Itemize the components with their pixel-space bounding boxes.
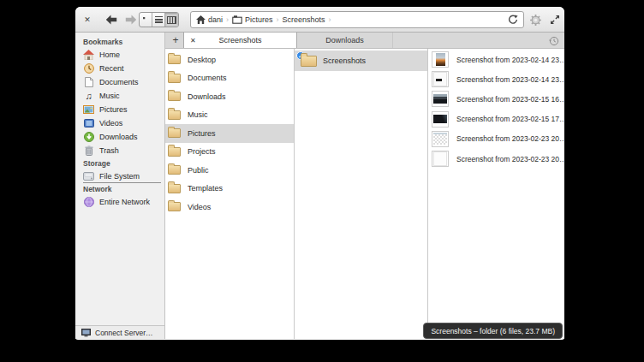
folder-icon [168,74,181,83]
folder-item-music[interactable]: Music [165,106,294,125]
refresh-icon [508,15,518,25]
sidebar-header-network: Network [75,183,164,195]
gear-icon [529,14,542,27]
sidebar-item-label: File System [99,172,140,181]
path-bar[interactable]: dani › Pictures › Screenshots › [190,11,524,28]
folder-label: Projects [188,147,216,156]
refresh-button[interactable] [508,15,518,25]
folder-label: Music [188,110,208,119]
file-thumbnail [432,71,449,87]
folder-item-screenshots[interactable]: ✓ Screenshots [295,50,427,71]
back-button[interactable] [104,12,119,27]
folder-item-projects[interactable]: Projects [165,143,294,162]
sidebar-item-label: Recent [99,64,124,73]
folder-icon [168,147,181,157]
close-icon: ✕ [84,15,91,24]
file-thumbnail [432,131,449,147]
file-item[interactable]: Screenshot from 2023-02-14 23… [428,69,564,89]
breadcrumb-separator: › [277,15,279,24]
sidebar-header-storage: Storage [75,157,164,169]
desktop-background: ✕ dani › Pictures [0,0,644,362]
sidebar-item-downloads[interactable]: Downloads [75,130,164,144]
breadcrumb-separator: › [226,15,229,24]
file-name: Screenshot from 2023-02-23 20… [456,155,564,163]
folder-label: Documents [188,74,227,82]
sidebar-item-file-system[interactable]: File System [75,169,164,183]
sidebar-item-home[interactable]: Home [75,48,164,62]
file-item[interactable]: Screenshot from 2023-02-14 23… [428,50,564,69]
forward-button[interactable] [123,12,139,27]
expand-arrows-icon [550,15,560,25]
list-view-icon [155,16,163,23]
folder-icon [168,110,181,120]
breadcrumb-home[interactable]: dani [196,15,223,24]
tab-label: Downloads [325,36,364,45]
file-thumbnail [432,51,449,68]
folder-item-public[interactable]: Public [165,161,294,180]
file-item[interactable]: Screenshot from 2023-02-23 20… [428,129,564,149]
tab-downloads[interactable]: Downloads [297,33,393,48]
breadcrumb-separator: › [329,15,331,24]
tab-screenshots[interactable]: ✕ Screenshots [183,33,297,48]
tab-label: Screenshots [218,36,261,45]
music-icon: ♫ [83,91,94,101]
new-tab-button[interactable]: + [170,34,182,46]
folder-item-documents[interactable]: Documents [165,69,294,88]
window-close-button[interactable]: ✕ [80,12,95,27]
breadcrumb-screenshots[interactable]: Screenshots [283,15,325,24]
file-thumbnail [432,91,449,107]
column-view-button[interactable] [165,13,178,27]
file-thumbnail [432,111,449,128]
folder-label: Videos [188,203,211,211]
folder-item-desktop[interactable]: Desktop [165,50,294,69]
sidebar-item-recent[interactable]: Recent [75,62,164,75]
folder-label: Screenshots [323,56,366,65]
breadcrumb-pictures-label: Pictures [245,15,273,24]
folder-label: Templates [188,184,223,193]
file-name: Screenshot from 2023-02-14 23… [456,56,564,64]
file-item[interactable]: Screenshot from 2023-02-15 16… [428,89,564,109]
tab-bar: + ✕ Screenshots Downloads [165,33,564,49]
folder-item-downloads[interactable]: Downloads [165,87,294,106]
videos-icon [83,119,94,128]
list-view-button[interactable] [152,13,165,27]
connect-server-button[interactable]: Connect Server… [75,325,164,339]
sidebar-item-pictures[interactable]: Pictures [75,103,164,116]
folder-item-videos[interactable]: Videos [165,198,294,217]
sidebar-item-label: Pictures [99,105,128,114]
sidebar-item-music[interactable]: ♫ Music [75,89,164,103]
filesystem-usage-bar [83,182,161,184]
breadcrumb-home-label: dani [208,15,223,24]
toolbar: ✕ dani › Pictures [75,7,564,33]
folder-label: Downloads [188,92,226,101]
grid-view-icon [143,17,149,23]
folder-item-pictures[interactable]: Pictures [165,124,294,143]
miller-columns: Desktop Documents Downloads Music Pictur… [165,49,564,339]
forward-arrow-icon [125,15,137,25]
sidebar-item-label: Home [99,50,120,59]
folder-label: Public [188,166,209,175]
sidebar-item-videos[interactable]: Videos [75,116,164,130]
folder-item-templates[interactable]: Templates [165,180,294,199]
sidebar-item-entire-network[interactable]: Entire Network [75,195,164,209]
breadcrumb-pictures[interactable]: Pictures [232,15,273,24]
folder-icon [301,56,317,67]
file-name: Screenshot from 2023-02-15 16… [456,95,564,104]
tab-close-icon[interactable]: ✕ [190,37,196,45]
file-item[interactable]: Screenshot from 2023-02-15 17… [428,110,564,129]
settings-button[interactable] [528,12,543,27]
sidebar-item-trash[interactable]: Trash [75,144,164,157]
column-screenshots-contents: Screenshot from 2023-02-14 23… Screensho… [428,49,564,339]
folder-icon [168,128,181,138]
connect-server-label: Connect Server… [95,329,153,337]
file-name: Screenshot from 2023-02-14 23… [456,75,564,84]
home-icon [83,50,94,60]
sidebar-item-label: Entire Network [99,198,150,206]
folder-icon [168,184,181,193]
view-toggle-group [139,12,179,27]
expand-button[interactable] [547,12,563,27]
grid-view-button[interactable] [140,13,152,27]
file-item[interactable]: Screenshot from 2023-02-23 20… [428,149,564,169]
sidebar-item-documents[interactable]: Documents [75,75,164,89]
restore-closed-tabs-button[interactable] [549,36,559,48]
